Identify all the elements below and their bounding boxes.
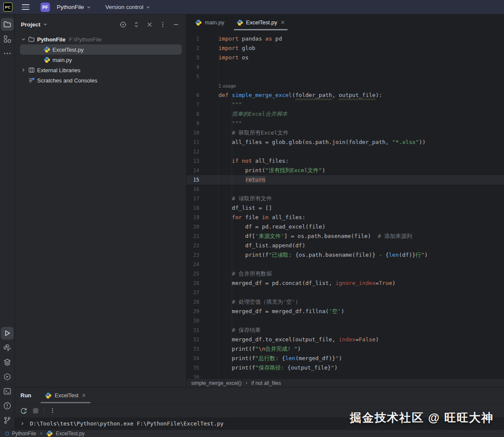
- line-number: 34: [186, 354, 218, 363]
- close-icon[interactable]: [82, 393, 86, 398]
- line-number: 31: [186, 326, 218, 335]
- breadcrumb-item[interactable]: simple_merge_excel(): [191, 380, 242, 386]
- code-line: 33 print(f"\n合并完成! "): [186, 344, 504, 354]
- chevron-right-icon: [39, 431, 43, 435]
- code-line: 10 # 获取所有Excel文件: [186, 128, 504, 138]
- rerun-icon[interactable]: [20, 407, 27, 414]
- breadcrumb-item[interactable]: if not all_files: [251, 380, 281, 386]
- code-editor[interactable]: 1import pandas as pd2import glob3import …: [186, 31, 504, 378]
- activity-bar-top: [1, 16, 14, 62]
- code-line: 9 """: [186, 119, 504, 128]
- tree-item-scratches-and-consoles[interactable]: Scratches and Consoles: [20, 75, 182, 85]
- code-line: 13 if not all_files:: [186, 156, 504, 166]
- chevron-right-icon[interactable]: [20, 67, 27, 73]
- options-kebab-icon[interactable]: [157, 19, 168, 29]
- line-number: 1: [186, 34, 218, 44]
- code-line: 14 print("没有找到Excel文件"): [186, 166, 504, 175]
- services-icon[interactable]: [1, 356, 14, 369]
- version-control-menu[interactable]: Version control: [103, 2, 153, 12]
- tree-item-label: main.py: [52, 57, 72, 63]
- more-options-kebab-icon[interactable]: [50, 408, 55, 414]
- line-number: 24: [186, 260, 218, 269]
- expand-collapse-icon[interactable]: [131, 19, 141, 29]
- usage-hint: 1 usage: [218, 83, 236, 88]
- code-line: 36: [186, 372, 504, 378]
- titlebar: PC PF PythonFile Version control: [0, 0, 504, 15]
- python-file-icon: [43, 56, 50, 64]
- tree-item-external-libraries[interactable]: External Libraries: [20, 65, 182, 75]
- tree-item-pythonfile[interactable]: PythonFileF:\PythonFile: [20, 34, 182, 44]
- code-line: 5: [186, 72, 504, 81]
- status-file-name[interactable]: ExcelTest.py: [56, 431, 84, 437]
- code-line: 26 merged_df = pd.concat(df_list, ignore…: [186, 279, 504, 288]
- line-number: 7: [186, 100, 218, 109]
- tree-item-exceltest-py[interactable]: ExcelTest.py: [20, 44, 182, 55]
- code-line: 15 return: [186, 175, 504, 185]
- line-number: 21: [186, 232, 218, 241]
- project-panel-header: Project: [15, 15, 186, 34]
- line-number: 5: [186, 72, 218, 81]
- line-number: 22: [186, 241, 218, 250]
- editor-area: main.py ExcelTest.py 1import pandas as p…: [186, 15, 504, 387]
- fold-chevron-icon[interactable]: [20, 421, 25, 426]
- chevron-right-icon: [245, 381, 248, 385]
- code-line: 24: [186, 260, 504, 269]
- code-line: 7 """: [186, 100, 504, 109]
- version-control-icon[interactable]: [1, 414, 14, 427]
- tree-item-label: ExcelTest.py: [52, 47, 84, 53]
- code-line: 18 df_list = []: [186, 203, 504, 213]
- collapse-all-icon[interactable]: [144, 19, 154, 29]
- problems-icon[interactable]: [1, 399, 14, 412]
- status-project-name[interactable]: PythonFile: [12, 431, 36, 437]
- line-number: 28: [186, 297, 218, 307]
- line-number: 26: [186, 279, 218, 288]
- line-number: 12: [186, 147, 218, 156]
- project-avatar-badge[interactable]: PF: [41, 3, 50, 12]
- tree-item-label: External Libraries: [37, 67, 80, 73]
- code-line: 6def simple_merge_excel(folder_path, out…: [186, 91, 504, 100]
- code-line: 2import glob: [186, 44, 504, 53]
- code-line: 19 for file in all_files:: [186, 213, 504, 222]
- close-icon[interactable]: [280, 20, 285, 25]
- code-line: 17 # 读取所有文件: [186, 194, 504, 203]
- code-line: 28 # 处理空值（填充为'空'）: [186, 297, 504, 307]
- console-command-line: D:\Tools\test\Python\python.exe F:\Pytho…: [30, 420, 224, 427]
- line-number: 8: [186, 109, 218, 119]
- project-tree: PythonFileF:\PythonFile ExcelTest.py mai…: [15, 34, 186, 85]
- project-selector[interactable]: PythonFile: [54, 2, 93, 12]
- activity-bar: [0, 15, 15, 429]
- editor-tab-exceltest-py[interactable]: ExcelTest.py: [230, 15, 291, 30]
- python-console-icon[interactable]: [1, 341, 14, 354]
- line-number: 15: [186, 175, 218, 185]
- usage-hint-row: 1 usage: [186, 81, 504, 91]
- project-folder-icon[interactable]: [1, 18, 14, 31]
- python-file-icon: [236, 19, 243, 26]
- editor-tab-main-py[interactable]: main.py: [189, 15, 230, 30]
- toolbar-divider: [44, 407, 44, 414]
- code-line: 12: [186, 147, 504, 156]
- run-icon[interactable]: [1, 327, 14, 340]
- line-number: 17: [186, 194, 218, 203]
- code-line: 8 简单的Excel合并脚本: [186, 109, 504, 119]
- code-line: 35 print(f"保存路径: {output_file}"): [186, 363, 504, 372]
- stop-icon[interactable]: [32, 408, 39, 414]
- locate-file-icon[interactable]: [118, 19, 128, 29]
- run-tab-exceltest[interactable]: ExcelTest: [41, 387, 90, 403]
- run-anything-icon[interactable]: [1, 370, 14, 383]
- python-file-icon: [46, 430, 53, 437]
- more-tool-windows-icon[interactable]: [1, 47, 14, 60]
- project-tool-window: Project PythonFileF:\PythonFile ExcelTes…: [15, 15, 186, 387]
- main-menu-hamburger-icon[interactable]: [19, 2, 32, 13]
- structure-icon[interactable]: [1, 32, 14, 45]
- line-number: 23: [186, 250, 218, 260]
- tree-item-main-py[interactable]: main.py: [20, 55, 182, 65]
- code-line: 34 print(f"总行数: {len(merged_df)}"): [186, 354, 504, 363]
- project-status-icon: [6, 432, 9, 435]
- breadcrumb: simple_merge_excel()if not all_files: [186, 378, 504, 387]
- code-line: 22 df_list.append(df): [186, 241, 504, 250]
- project-panel-title[interactable]: Project: [21, 21, 47, 28]
- line-number: 6: [186, 91, 218, 100]
- chevron-down-icon[interactable]: [20, 37, 27, 42]
- hide-panel-icon[interactable]: [171, 19, 181, 29]
- terminal-icon[interactable]: [1, 385, 14, 398]
